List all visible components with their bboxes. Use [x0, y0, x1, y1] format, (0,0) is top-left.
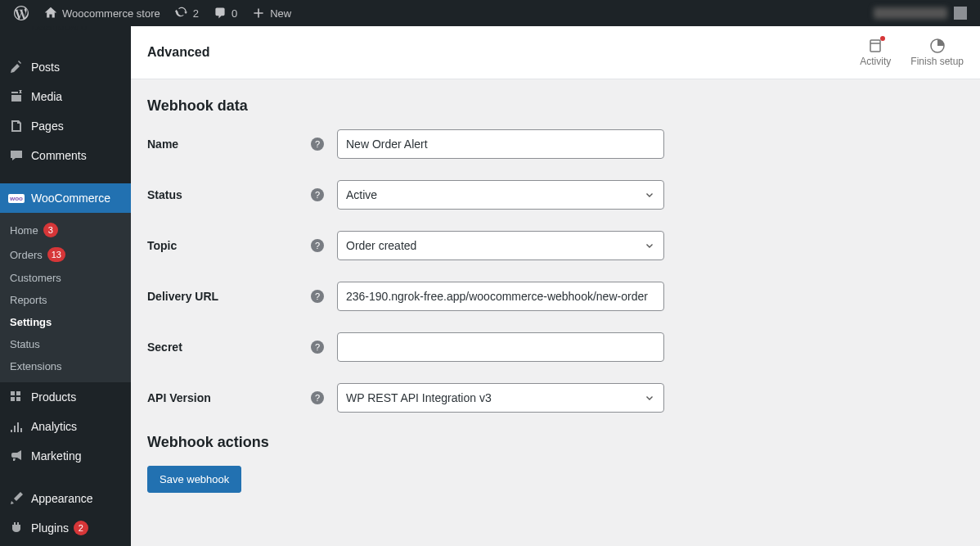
help-icon[interactable]: ? [311, 341, 324, 354]
topic-value: Order created [346, 239, 416, 252]
api-version-select[interactable]: WP REST API Integration v3 [337, 383, 664, 413]
submenu-extensions[interactable]: Extensions [0, 355, 131, 377]
help-icon[interactable]: ? [311, 290, 324, 303]
sidebar-item-plugins[interactable]: Plugins 2 [0, 513, 131, 543]
finish-setup-button[interactable]: Finish setup [910, 38, 964, 67]
chevron-down-icon [644, 392, 655, 404]
sidebar-item-label: Plugins [31, 521, 69, 535]
sidebar-item-posts[interactable]: Posts [0, 52, 131, 82]
woocommerce-submenu: Home3 Orders13 Customers Reports Setting… [0, 213, 131, 382]
badge: 13 [47, 247, 65, 262]
updates-count: 2 [193, 7, 199, 20]
secret-label: Secret [147, 341, 311, 354]
sidebar-item-products[interactable]: Products [0, 382, 131, 412]
sidebar-item-label: Dashboard [31, 26, 88, 33]
sidebar-item-marketing[interactable]: Marketing [0, 441, 131, 471]
submenu-customers[interactable]: Customers [0, 267, 131, 289]
api-version-label: API Version [147, 391, 311, 404]
plus-icon [250, 7, 267, 20]
status-label: Status [147, 188, 311, 201]
sidebar-item-label: Pages [31, 120, 64, 133]
wp-logo[interactable] [7, 0, 36, 26]
sidebar-item-analytics[interactable]: Analytics [0, 412, 131, 441]
page-title: Advanced [147, 45, 209, 60]
page-icon [8, 118, 25, 134]
dashboard-icon [8, 26, 25, 33]
activity-icon [867, 38, 883, 54]
wordpress-icon [13, 6, 29, 20]
new-content-link[interactable]: New [244, 0, 298, 26]
comments-link[interactable]: 0 [205, 0, 244, 26]
sidebar-item-dashboard[interactable]: Dashboard [0, 26, 131, 39]
sidebar-item-pages[interactable]: Pages [0, 111, 131, 141]
badge: 3 [43, 223, 58, 237]
save-webhook-button[interactable]: Save webhook [147, 466, 241, 493]
content-area: Advanced Activity Finish setup Webhook d… [131, 26, 980, 546]
delivery-url-label: Delivery URL [147, 290, 311, 303]
submenu-settings[interactable]: Settings [0, 311, 131, 333]
sidebar-item-label: Comments [31, 149, 87, 162]
help-icon[interactable]: ? [311, 391, 324, 404]
pin-icon [8, 59, 25, 75]
sidebar-item-label: Products [31, 390, 76, 404]
webhook-actions-heading: Webhook actions [147, 434, 964, 451]
activity-label: Activity [860, 56, 891, 67]
admin-bar: Woocommerce store 2 0 New [0, 0, 980, 26]
finish-setup-label: Finish setup [910, 56, 964, 67]
refresh-icon [173, 7, 190, 20]
submenu-status[interactable]: Status [0, 333, 131, 355]
avatar [954, 7, 967, 20]
help-icon[interactable]: ? [311, 239, 324, 252]
megaphone-icon [8, 448, 25, 464]
chevron-down-icon [644, 240, 655, 251]
submenu-orders[interactable]: Orders13 [0, 242, 131, 267]
name-input[interactable] [337, 129, 664, 159]
sidebar-item-woocommerce[interactable]: woo WooCommerce [0, 183, 131, 213]
delivery-url-input[interactable] [337, 282, 664, 311]
sidebar-item-label: Appearance [31, 492, 93, 505]
woocommerce-icon: woo [8, 190, 25, 206]
comment-icon [212, 7, 228, 20]
sidebar-item-label: Analytics [31, 420, 77, 433]
topic-label: Topic [147, 239, 311, 252]
sidebar-item-comments[interactable]: Comments [0, 141, 131, 170]
sidebar-item-label: Posts [31, 61, 60, 74]
activity-button[interactable]: Activity [860, 38, 891, 67]
submenu-reports[interactable]: Reports [0, 289, 131, 311]
updates-link[interactable]: 2 [167, 0, 205, 26]
topic-select[interactable]: Order created [337, 231, 664, 260]
page-header: Advanced Activity Finish setup [131, 26, 980, 79]
help-icon[interactable]: ? [311, 138, 324, 151]
name-label: Name [147, 138, 311, 151]
home-icon [43, 7, 59, 20]
sidebar-item-media[interactable]: Media [0, 82, 131, 111]
secret-input[interactable] [337, 332, 664, 362]
help-icon[interactable]: ? [311, 188, 324, 201]
webhook-data-heading: Webhook data [147, 97, 964, 115]
status-select[interactable]: Active [337, 180, 664, 210]
new-label: New [270, 7, 291, 20]
badge: 2 [74, 521, 88, 535]
brush-icon [8, 490, 25, 507]
progress-icon [929, 38, 946, 54]
products-icon [8, 389, 25, 405]
svg-rect-1 [870, 40, 880, 52]
submenu-home[interactable]: Home3 [0, 218, 131, 242]
sidebar-item-label: Marketing [31, 449, 81, 463]
sidebar-item-label: WooCommerce [31, 192, 110, 205]
media-icon [8, 88, 25, 105]
user-greeting [874, 7, 947, 19]
site-name: Woocommerce store [62, 7, 160, 20]
analytics-icon [8, 418, 25, 435]
admin-sidebar: Dashboard Posts Media Pages Comments woo… [0, 26, 131, 546]
plugin-icon [8, 520, 25, 536]
status-value: Active [346, 188, 377, 201]
sidebar-item-users[interactable]: Users [0, 543, 131, 546]
user-account-link[interactable] [867, 0, 973, 26]
chevron-down-icon [644, 189, 655, 201]
sidebar-item-appearance[interactable]: Appearance [0, 484, 131, 513]
comments-icon [8, 147, 25, 164]
api-version-value: WP REST API Integration v3 [346, 391, 492, 404]
site-home-link[interactable]: Woocommerce store [36, 0, 167, 26]
sidebar-item-label: Media [31, 90, 62, 103]
